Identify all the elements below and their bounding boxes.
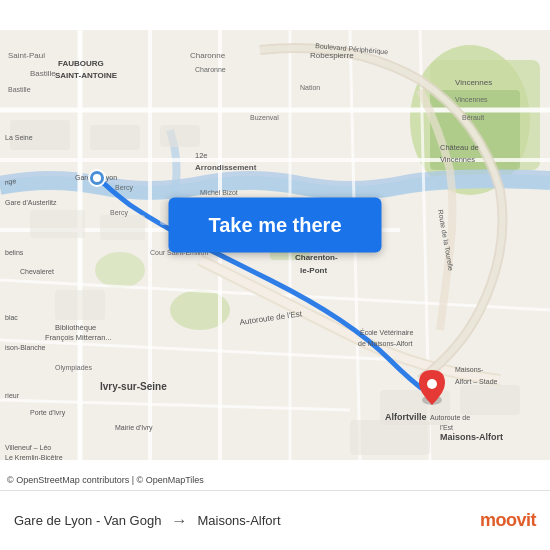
svg-point-83 (93, 174, 101, 182)
svg-point-5 (95, 252, 145, 288)
route-origin: Gare de Lyon - Van Gogh (14, 513, 161, 528)
take-me-there-button[interactable]: Take me there (168, 198, 381, 253)
svg-text:Charonne: Charonne (190, 51, 226, 60)
svg-text:Bastille: Bastille (8, 86, 31, 93)
svg-text:belins: belins (5, 249, 24, 256)
svg-text:François Mitterran...: François Mitterran... (45, 333, 112, 342)
svg-text:Porte d'Ivry: Porte d'Ivry (30, 409, 66, 417)
svg-text:Charonne: Charonne (195, 66, 226, 73)
svg-text:ison-Blanche: ison-Blanche (5, 344, 46, 351)
svg-text:Chevaleret: Chevaleret (20, 268, 54, 275)
svg-rect-22 (30, 210, 85, 238)
svg-text:Bercy: Bercy (110, 209, 128, 217)
svg-rect-24 (55, 290, 105, 320)
moovit-logo: moovit (480, 510, 536, 531)
svg-text:Vincennes: Vincennes (440, 155, 475, 164)
svg-text:Maisons-: Maisons- (455, 366, 484, 373)
svg-rect-23 (100, 215, 145, 240)
route-arrow-icon: → (171, 512, 187, 530)
svg-text:Autoroute de: Autoroute de (430, 414, 470, 421)
svg-point-85 (427, 379, 437, 389)
svg-text:le-Pont: le-Pont (300, 266, 327, 275)
svg-text:Bastille: Bastille (30, 69, 56, 78)
svg-text:École Vétérinaire: École Vétérinaire (360, 328, 413, 336)
moovit-logo-text: moovit (480, 510, 536, 531)
app-container: Saint-Paul Bastille Bastille FAUBOURG SA… (0, 0, 550, 550)
svg-text:Gare d'Austerlitz: Gare d'Austerlitz (5, 199, 57, 206)
svg-rect-21 (160, 125, 200, 147)
svg-text:Bercy: Bercy (115, 184, 133, 192)
svg-text:Michel Bizot: Michel Bizot (200, 189, 238, 196)
svg-text:blac: blac (5, 314, 18, 321)
svg-text:Arrondissement: Arrondissement (195, 163, 257, 172)
route-destination: Maisons-Alfort (197, 513, 280, 528)
route-info: Gare de Lyon - Van Gogh → Maisons-Alfort (14, 512, 480, 530)
svg-text:Le Kremlin-Bicêtre: Le Kremlin-Bicêtre (5, 454, 63, 461)
svg-text:La Seine: La Seine (5, 134, 33, 141)
svg-text:Vincennes: Vincennes (455, 96, 488, 103)
svg-text:Robespierre: Robespierre (310, 51, 354, 60)
svg-text:Nation: Nation (300, 84, 320, 91)
svg-text:Château de: Château de (440, 143, 479, 152)
svg-text:Saint-Paul: Saint-Paul (8, 51, 45, 60)
svg-rect-20 (90, 125, 140, 150)
svg-text:Buzenval: Buzenval (250, 114, 279, 121)
svg-text:Ivry-sur-Seine: Ivry-sur-Seine (100, 381, 167, 392)
svg-text:Mairie d'Ivry: Mairie d'Ivry (115, 424, 153, 432)
svg-text:FAUBOURG: FAUBOURG (58, 59, 104, 68)
svg-text:Bérault: Bérault (462, 114, 484, 121)
svg-text:Bibliothèque: Bibliothèque (55, 323, 96, 332)
svg-text:SAINT-ANTOINE: SAINT-ANTOINE (55, 71, 118, 80)
svg-rect-29 (350, 420, 430, 455)
svg-text:Vincennes: Vincennes (455, 78, 492, 87)
svg-text:Maisons-Alfort: Maisons-Alfort (440, 432, 503, 442)
svg-rect-28 (460, 385, 520, 415)
svg-text:Alfortville: Alfortville (385, 412, 427, 422)
svg-text:12e: 12e (195, 151, 208, 160)
svg-text:Alfort – Stade: Alfort – Stade (455, 378, 498, 385)
bottom-bar: Gare de Lyon - Van Gogh → Maisons-Alfort… (0, 490, 550, 550)
map-area: Saint-Paul Bastille Bastille FAUBOURG SA… (0, 0, 550, 490)
svg-text:de Maisons-Alfort: de Maisons-Alfort (358, 340, 413, 347)
svg-text:rieur: rieur (5, 392, 20, 399)
map-attribution: © OpenStreetMap contributors | © OpenMap… (4, 474, 207, 486)
svg-text:l'Est: l'Est (440, 424, 453, 431)
svg-text:Villeneuf – Léo: Villeneuf – Léo (5, 444, 51, 451)
svg-text:Charenton-: Charenton- (295, 253, 338, 262)
svg-text:Olympiades: Olympiades (55, 364, 92, 372)
